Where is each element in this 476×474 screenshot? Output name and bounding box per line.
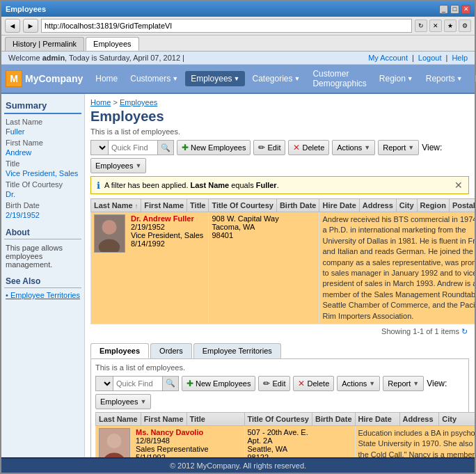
welcome-text: Welcome admin, Today is Saturday, April … [8,54,184,62]
sidebar-territories-link[interactable]: • Employee Territories [4,290,81,300]
tab-employees[interactable]: Employees [90,343,149,358]
quick-find-button[interactable]: 🔍 [157,141,173,155]
forward-button[interactable]: ► [23,19,38,33]
sub-col-hire[interactable]: Hire Date [355,412,399,425]
col-address-header[interactable]: Address [359,199,396,212]
col-region-header[interactable]: Region [417,199,449,212]
nancy-photo [99,428,130,457]
sub-employees-grid: Last Name First Name Title Title Of Cour… [95,412,475,457]
sub-col-birth[interactable]: Birth Date [312,412,355,425]
sub-col-last-name[interactable]: Last Name [96,412,141,425]
page-title: Employees [90,109,469,125]
sidebar-title-label: Title [4,159,81,168]
edit-icon: ✏ [258,143,265,152]
nancy-name: Ms. Nancy Davolio [136,428,209,436]
sidebar: Summary Last Name Fuller First Name Andr… [1,94,85,457]
col-first-name-header[interactable]: First Name [141,199,187,212]
minimize-button[interactable]: _ [439,5,448,14]
tools-icon[interactable]: ⚙ [459,19,471,32]
sub-quick-find-input[interactable] [113,377,162,390]
col-last-name-header[interactable]: Last Name ↑ [91,199,141,212]
view-button[interactable]: Employees ▼ [90,158,146,173]
tab-territories[interactable]: Employee Territories [193,343,281,358]
refresh-icon[interactable]: ↻ [415,19,427,32]
nav-membership[interactable]: Membership [470,71,476,86]
nav-demographics[interactable]: Customer Demographics [307,66,372,91]
maximize-button[interactable]: □ [450,5,459,14]
browser-tab-employees[interactable]: Employees [86,37,138,51]
sub-col-first-name[interactable]: First Name [141,412,187,425]
col-postal-header[interactable]: Postal Code [449,199,475,212]
table-row[interactable]: Ms. Nancy Davolio 12/8/1948 Sales Repres… [96,425,475,457]
address-input[interactable] [41,19,412,33]
sidebar-summary-title: Summary [4,98,81,114]
sub-quick-find-button[interactable]: 🔍 [162,377,178,390]
showing-count-1: Showing 1-1 of 1 items ↻ [90,324,469,339]
view-arrow: ▼ [135,162,141,169]
col-courtesy-header[interactable]: Title Of Courtesy [209,199,276,212]
my-account-link[interactable]: My Account [368,54,408,62]
logout-link[interactable]: Logout [418,54,442,62]
tab-orders[interactable]: Orders [150,343,192,358]
sidebar-birthdate-value: 2/19/1952 [4,210,81,221]
nancy-details: Ms. Nancy Davolio 12/8/1948 Sales Repres… [96,425,245,457]
sub-delete-button[interactable]: ✕ Delete [293,376,334,391]
employees-grid: Last Name ↑ First Name Title Title Of Co… [90,198,475,324]
employees-dropdown-arrow: ▼ [234,75,240,82]
sub-col-title[interactable]: Title [187,412,244,425]
reports-dropdown-arrow: ▼ [457,75,463,82]
star-icon[interactable]: ★ [444,19,457,32]
sub-actions-button[interactable]: Actions ▼ [337,376,380,391]
sub-col-courtesy[interactable]: Title Of Courtesy [244,412,312,425]
sub-col-address[interactable]: Address [399,412,439,425]
quick-find-select[interactable] [91,141,109,155]
nav-employees[interactable]: Employees ▼ [185,71,245,86]
refresh-grid-icon[interactable]: ↻ [461,327,468,335]
selected-employee-dob: 2/19/1952 [131,223,203,231]
edit-button[interactable]: ✏ Edit [253,140,285,155]
sub-quick-find-select[interactable] [96,377,113,390]
sub-col-city[interactable]: City [439,412,475,425]
quick-find-input[interactable] [109,141,157,155]
breadcrumb-employees-link[interactable]: Employees [120,98,157,106]
stop-icon[interactable]: ✕ [429,19,442,32]
table-row[interactable]: Dr. Andrew Fuller 2/19/1952 Vice Preside… [91,212,475,324]
nav-customers[interactable]: Customers ▼ [125,71,184,86]
browser-tab-history[interactable]: History | Permalink [5,37,84,51]
sub-report-button[interactable]: Report ▼ [383,376,424,391]
filter-close-button[interactable]: ✕ [454,180,463,191]
back-button[interactable]: ◄ [5,19,20,33]
sidebar-lastname-value: Fuller [4,127,81,138]
sub-new-button[interactable]: ✚ New Employees [182,376,255,391]
sub-grid-toolbar: 🔍 ✚ New Employees ✏ Edit ✕ Delete [95,376,464,409]
customers-dropdown-arrow: ▼ [172,75,178,82]
close-button[interactable]: ✕ [461,5,470,14]
sub-actions-arrow: ▼ [369,380,375,387]
sub-view-button[interactable]: Employees ▼ [95,394,151,409]
breadcrumb-home-link[interactable]: Home [90,98,111,106]
sub-edit-button[interactable]: ✏ Edit [258,376,290,391]
sidebar-about-text: This page allows employees management. [4,242,81,270]
col-birth-header[interactable]: Birth Date [276,199,319,212]
filter-bar: ℹ A filter has been applied. Last Name e… [90,176,469,194]
main-content: Home > Employees Employees This is a lis… [85,94,475,457]
nav-reports[interactable]: Reports ▼ [420,71,468,86]
sidebar-birthdate-label: Birth Date [4,200,81,210]
grid-toolbar: 🔍 ✚ New Employees ✏ Edit ✕ Delete Action… [90,140,469,173]
nav-categories[interactable]: Categories ▼ [246,71,306,86]
new-employees-button[interactable]: ✚ New Employees [177,140,251,155]
selected-employee-hired: 8/14/1992 [131,239,203,248]
col-hire-header[interactable]: Hire Date [319,199,359,212]
nav-home[interactable]: Home [90,71,123,86]
selected-employee-bio: Andrew received his BTS commercial in 19… [319,212,475,324]
actions-button[interactable]: Actions ▼ [332,140,375,155]
sub-delete-icon: ✕ [298,379,305,388]
col-title-header[interactable]: Title [187,199,209,212]
col-city-header[interactable]: City [396,199,417,212]
report-button[interactable]: Report ▼ [378,140,419,155]
sub-grid-container: This is a list of employees. 🔍 ✚ New Emp… [90,358,469,457]
help-link[interactable]: Help [452,54,468,62]
sidebar-lastname-label: Last Name [4,117,81,127]
delete-button[interactable]: ✕ Delete [288,140,329,155]
nav-region[interactable]: Region ▼ [374,71,419,86]
